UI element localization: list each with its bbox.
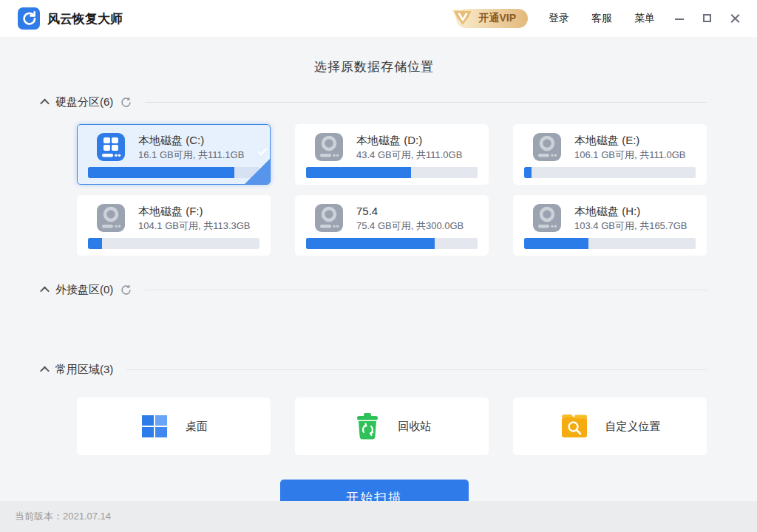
disk-card-0[interactable]: 本地磁盘 (C:) 16.1 GB可用, 共111.1GB	[77, 124, 271, 185]
disk-drive-icon	[532, 132, 563, 163]
disk-drive-icon	[532, 202, 563, 233]
disk-grid: 本地磁盘 (C:) 16.1 GB可用, 共111.1GB 本地磁盘 (D:) …	[77, 124, 707, 256]
vip-badge-icon	[452, 7, 474, 28]
area-label: 桌面	[186, 420, 208, 434]
disk-usage-bar	[88, 238, 259, 249]
minimize-icon	[675, 18, 684, 20]
close-button[interactable]	[730, 13, 741, 24]
vip-button[interactable]: 开通VIP	[456, 9, 528, 28]
titlebar: 风云恢复大师 开通VIP 登录 客服 菜单	[0, 0, 757, 37]
disk-usage: 104.1 GB可用, 共113.3GB	[138, 219, 251, 233]
disk-usage: 75.4 GB可用, 共300.0GB	[356, 219, 464, 233]
chevron-up-icon[interactable]	[40, 98, 50, 108]
divider	[126, 369, 707, 370]
windows-desktop-icon	[140, 412, 169, 440]
area-label: 自定义位置	[605, 420, 661, 434]
section-external-header: 外接盘区(0)	[41, 282, 707, 297]
area-card-2[interactable]: 自定义位置	[513, 398, 707, 455]
refresh-icon[interactable]	[120, 284, 132, 296]
recycle-bin-icon	[354, 412, 381, 440]
page-title: 选择原数据存储位置	[41, 37, 707, 95]
disk-usage: 43.4 GB可用, 共111.0GB	[356, 149, 462, 162]
maximize-icon	[703, 14, 711, 22]
disk-usage-bar-fill	[306, 238, 435, 249]
refresh-icon[interactable]	[120, 97, 132, 108]
disk-drive-selected-icon	[95, 132, 126, 163]
disk-usage-bar	[306, 167, 478, 178]
disk-usage-bar-fill	[306, 167, 411, 178]
disk-name: 本地磁盘 (C:)	[138, 133, 244, 148]
titlebar-menu: 登录 客服 菜单	[549, 12, 655, 25]
area-card-0[interactable]: 桌面	[77, 398, 271, 455]
vip-button-label: 开通VIP	[478, 12, 516, 25]
folder-search-icon	[560, 413, 589, 440]
main-content: 选择原数据存储位置 硬盘分区(6)	[0, 37, 757, 515]
maximize-button[interactable]	[702, 13, 713, 24]
version-text: 当前版本：2021.07.14	[15, 510, 111, 523]
minimize-button[interactable]	[674, 13, 685, 24]
divider	[145, 102, 707, 103]
chevron-up-icon[interactable]	[40, 286, 50, 296]
disk-usage: 16.1 GB可用, 共111.1GB	[138, 149, 244, 162]
disk-name: 75.4	[356, 204, 464, 219]
section-common-title: 常用区域(3)	[55, 363, 113, 377]
disk-usage-bar-fill	[88, 238, 102, 249]
disk-name: 本地磁盘 (E:)	[574, 133, 686, 148]
disk-drive-icon	[313, 202, 344, 233]
customer-service-button[interactable]: 客服	[591, 12, 612, 25]
disk-card-2[interactable]: 本地磁盘 (E:) 106.1 GB可用, 共111.0GB	[513, 124, 707, 185]
disk-card-4[interactable]: 75.4 75.4 GB可用, 共300.0GB	[295, 195, 489, 256]
chevron-up-icon[interactable]	[40, 366, 50, 375]
disk-usage-bar-fill	[88, 167, 234, 178]
section-partitions-header: 硬盘分区(6)	[41, 95, 707, 109]
disk-drive-icon	[313, 132, 344, 163]
disk-usage-bar	[524, 167, 696, 178]
disk-usage-bar-fill	[524, 167, 532, 178]
disk-usage-bar	[88, 167, 259, 178]
disk-name: 本地磁盘 (D:)	[356, 133, 462, 148]
disk-usage-bar	[524, 238, 696, 249]
disk-usage: 103.4 GB可用, 共165.7GB	[574, 219, 687, 233]
login-button[interactable]: 登录	[549, 12, 569, 25]
disk-card-5[interactable]: 本地磁盘 (H:) 103.4 GB可用, 共165.7GB	[513, 195, 707, 256]
app-title: 风云恢复大师	[47, 10, 123, 27]
menu-button[interactable]: 菜单	[634, 12, 655, 25]
disk-name: 本地磁盘 (F:)	[138, 204, 251, 219]
disk-usage-bar	[306, 238, 478, 249]
disk-usage: 106.1 GB可用, 共111.0GB	[574, 149, 686, 162]
divider	[145, 290, 707, 290]
disk-usage-bar-fill	[524, 238, 588, 249]
section-common-header: 常用区域(3)	[41, 362, 707, 377]
app-logo-icon	[18, 7, 40, 30]
selected-check-icon	[244, 158, 271, 185]
disk-drive-icon	[95, 202, 126, 233]
disk-card-3[interactable]: 本地磁盘 (F:) 104.1 GB可用, 共113.3GB	[77, 195, 271, 256]
disk-name: 本地磁盘 (H:)	[574, 204, 687, 219]
window-controls	[674, 13, 747, 24]
area-card-1[interactable]: 回收站	[295, 398, 489, 455]
disk-card-1[interactable]: 本地磁盘 (D:) 43.4 GB可用, 共111.0GB	[295, 124, 489, 185]
section-external-title: 外接盘区(0)	[55, 283, 113, 297]
section-partitions-title: 硬盘分区(6)	[55, 95, 113, 109]
area-label: 回收站	[398, 420, 432, 434]
footer: 当前版本：2021.07.14	[0, 501, 757, 532]
area-grid: 桌面 回收站 自定义位置	[77, 398, 707, 455]
